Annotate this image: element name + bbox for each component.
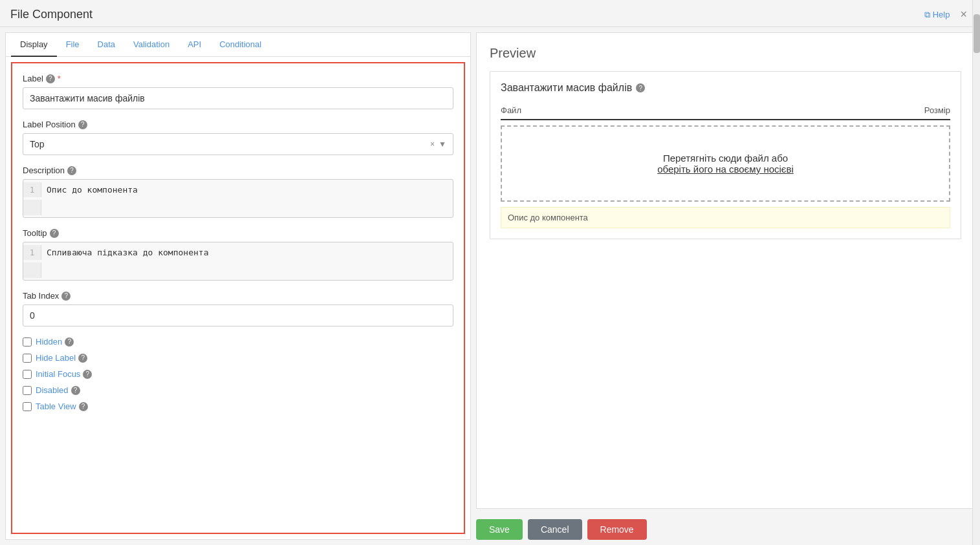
initial-focus-label[interactable]: Initial Focus ? bbox=[36, 369, 92, 379]
tooltip-help-icon[interactable]: ? bbox=[50, 229, 59, 238]
initial-focus-checkbox[interactable] bbox=[23, 370, 32, 379]
scrollbar[interactable] bbox=[972, 0, 980, 545]
preview-component: Завантажити масив файлів ? Файл Розмір П… bbox=[490, 71, 961, 239]
tab-bar: Display File Data Validation API Conditi… bbox=[6, 33, 470, 57]
tooltip-line-number-extra bbox=[23, 262, 41, 278]
drop-zone[interactable]: Перетягніть сюди файл або оберіть його н… bbox=[501, 125, 950, 202]
remove-button[interactable]: Remove bbox=[587, 519, 647, 540]
line-number-1: 1 bbox=[23, 182, 41, 197]
main-content: Display File Data Validation API Conditi… bbox=[0, 27, 980, 545]
tooltip-extra-line bbox=[23, 262, 453, 278]
hide-label-help-icon[interactable]: ? bbox=[78, 354, 87, 363]
close-button[interactable]: × bbox=[957, 8, 970, 21]
initial-focus-help-icon[interactable]: ? bbox=[83, 370, 92, 379]
drop-zone-link[interactable]: оберіть його на своєму носієві bbox=[657, 164, 794, 175]
title-bar-right: ⧉ Help × bbox=[924, 8, 970, 21]
label-position-help-icon[interactable]: ? bbox=[78, 120, 87, 129]
preview-description: Опис до компонента bbox=[501, 207, 950, 228]
scrollbar-thumb[interactable] bbox=[974, 14, 980, 53]
checkbox-table-view: Table View ? bbox=[23, 401, 453, 411]
left-panel: Display File Data Validation API Conditi… bbox=[5, 32, 471, 540]
description-label: Description ? bbox=[23, 166, 453, 175]
preview-title: Preview bbox=[490, 46, 961, 61]
checkbox-disabled: Disabled ? bbox=[23, 385, 453, 395]
checkbox-initial-focus: Initial Focus ? bbox=[23, 369, 453, 379]
action-buttons: Save Cancel Remove bbox=[476, 519, 975, 540]
disabled-checkbox[interactable] bbox=[23, 386, 32, 395]
label-position-select[interactable]: Top × ▼ bbox=[23, 133, 453, 155]
label-position-select-wrapper: Top × ▼ bbox=[23, 133, 453, 155]
checkboxes-section: Hidden ? Hide Label ? bbox=[23, 337, 453, 411]
tooltip-line-number-1: 1 bbox=[23, 245, 41, 260]
tab-file[interactable]: File bbox=[57, 33, 89, 57]
preview-section: Preview Завантажити масив файлів ? Файл … bbox=[476, 32, 975, 509]
line-number-extra bbox=[23, 200, 41, 215]
display-form-panel: Label ? * Label Position ? Top bbox=[11, 62, 465, 534]
table-view-checkbox[interactable] bbox=[23, 402, 32, 411]
hidden-label[interactable]: Hidden ? bbox=[36, 337, 74, 347]
tooltip-group: Tooltip ? 1 Спливаюча підказка до компон… bbox=[23, 228, 453, 281]
tooltip-editor[interactable]: 1 Спливаюча підказка до компонента bbox=[23, 242, 453, 281]
hidden-help-icon[interactable]: ? bbox=[65, 337, 74, 347]
table-view-label[interactable]: Table View ? bbox=[36, 401, 88, 411]
tab-index-help-icon[interactable]: ? bbox=[61, 292, 71, 301]
disabled-help-icon[interactable]: ? bbox=[71, 386, 80, 395]
save-button[interactable]: Save bbox=[476, 519, 523, 540]
hide-label-label[interactable]: Hide Label ? bbox=[36, 353, 87, 363]
required-star: * bbox=[58, 74, 61, 83]
table-view-help-icon[interactable]: ? bbox=[79, 402, 88, 411]
right-panel: Preview Завантажити масив файлів ? Файл … bbox=[476, 32, 975, 540]
file-table-header: Файл Розмір bbox=[501, 102, 950, 120]
tab-index-group: Tab Index ? bbox=[23, 291, 453, 326]
tab-display[interactable]: Display bbox=[11, 33, 57, 57]
chevron-down-icon[interactable]: ▼ bbox=[439, 140, 446, 149]
checkbox-hidden: Hidden ? bbox=[23, 337, 453, 347]
tab-index-label: Tab Index ? bbox=[23, 291, 453, 301]
tab-conditional[interactable]: Conditional bbox=[210, 33, 270, 57]
label-input[interactable] bbox=[23, 87, 453, 109]
label-field-label: Label ? * bbox=[23, 74, 453, 83]
window-title: File Component bbox=[10, 8, 93, 21]
label-help-icon[interactable]: ? bbox=[46, 74, 55, 83]
hidden-checkbox[interactable] bbox=[23, 337, 32, 347]
label-position-label: Label Position ? bbox=[23, 120, 453, 129]
clear-icon[interactable]: × bbox=[430, 140, 435, 149]
checkbox-hide-label: Hide Label ? bbox=[23, 353, 453, 363]
disabled-label[interactable]: Disabled ? bbox=[36, 385, 80, 395]
preview-component-help-icon: ? bbox=[636, 83, 645, 92]
description-editor[interactable]: 1 Опис до компонента bbox=[23, 179, 453, 218]
select-icons: × ▼ bbox=[430, 140, 446, 149]
title-bar: File Component ⧉ Help × bbox=[0, 0, 980, 27]
tooltip-line-1: 1 Спливаюча підказка до компонента bbox=[23, 242, 453, 262]
help-icon: ⧉ bbox=[924, 10, 930, 20]
cancel-button[interactable]: Cancel bbox=[528, 519, 582, 540]
description-help-icon[interactable]: ? bbox=[67, 166, 76, 175]
tab-validation[interactable]: Validation bbox=[124, 33, 179, 57]
label-group: Label ? * bbox=[23, 74, 453, 109]
description-line-1: 1 Опис до компонента bbox=[23, 180, 453, 200]
tooltip-label: Tooltip ? bbox=[23, 228, 453, 238]
tab-data[interactable]: Data bbox=[89, 33, 124, 57]
hide-label-checkbox[interactable] bbox=[23, 354, 32, 363]
label-position-group: Label Position ? Top × ▼ bbox=[23, 120, 453, 155]
preview-component-title: Завантажити масив файлів ? bbox=[501, 82, 950, 94]
description-group: Description ? 1 Опис до компонента bbox=[23, 166, 453, 218]
help-link[interactable]: ⧉ Help bbox=[924, 10, 950, 20]
tab-index-input[interactable] bbox=[23, 305, 453, 326]
description-extra-line bbox=[23, 200, 453, 215]
drop-zone-text: Перетягніть сюди файл або оберіть його н… bbox=[515, 153, 936, 175]
tab-api[interactable]: API bbox=[179, 33, 210, 57]
